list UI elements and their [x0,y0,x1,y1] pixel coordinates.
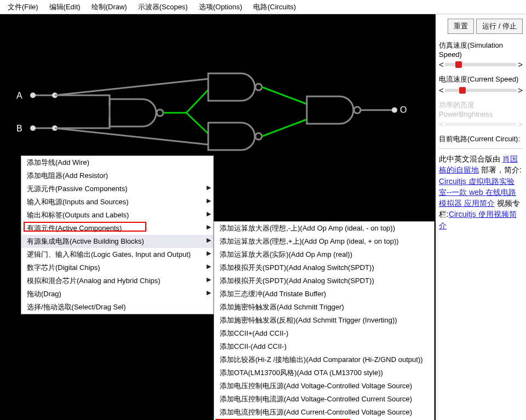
ctx-drag[interactable]: 拖动(Drag)▶ [21,287,213,301]
main-area: A B O [0,14,526,420]
menubar: 文件(File) 编辑(Edit) 绘制(Draw) 示波器(Scopes) 选… [0,0,526,14]
chevron-right-icon: > [518,85,523,95]
sub-vcvs[interactable]: 添加电压控制电压源(Add Voltage-Controlled Voltage… [214,379,434,393]
ctx-active-blocks[interactable]: 有源集成电路(Active Building Blocks)▶ [21,235,213,248]
menu-scopes[interactable]: 示波器(Scopes) [133,0,193,14]
nand-gate-right [307,96,361,124]
chevron-left-icon: < [439,85,444,95]
sub-opamp-real[interactable]: 添加运算放大器(实际)(Add Op Amp (real)) [214,248,434,261]
svg-point-4 [157,110,163,116]
reset-button[interactable]: 重置 [448,19,474,34]
chevron-right-icon: ▶ [207,184,211,191]
sub-opamp-ideal-pos[interactable]: 添加运算放大器(理想,+上)(Add Op Amp (ideal, + on t… [214,235,434,248]
sub-ccii-plus[interactable]: 添加CCII+(Add CCII-) [214,327,434,340]
current-circuit-label: 目前电路(Current Circuit): [439,134,523,144]
sub-ota[interactable]: 添加OTA(LM13700风格)(Add OTA (LM13700 style)… [214,366,434,379]
ctx-active-comp[interactable]: 有源元件(Active Components)▶ [21,222,213,235]
credit-link3[interactable]: Circuitjs 使用视频简介 [439,210,517,229]
menu-draw[interactable]: 绘制(Draw) [86,0,133,14]
circuit-canvas[interactable]: A B O [0,14,436,420]
context-menu: 添加导线(Add Wire) 添加电阻器(Add Resistor) 无源元件(… [21,156,214,314]
svg-point-8 [392,107,397,113]
ctx-add-wire[interactable]: 添加导线(Add Wire) [21,156,213,169]
sub-analog-switch1[interactable]: 添加模拟开关(SPDT)(Add Analog Switch(SPDT)) [214,261,434,274]
sub-comparator[interactable]: 添加比较器(Hi-Z /接地输出)(Add Comparator (Hi-Z/G… [214,353,434,366]
chevron-right-icon: ▶ [207,289,211,296]
context-submenu: 添加运算放大器(理想,-上)(Add Op Amp (ideal, - on t… [214,221,434,420]
current-speed-slider[interactable]: 电流速度(Current Speed) < > [439,74,523,95]
svg-point-5 [255,84,262,90]
sub-opamp-ideal-neg[interactable]: 添加运算放大器(理想,-上)(Add Op Amp (ideal, - on t… [214,222,434,235]
chevron-right-icon: ▶ [207,250,211,257]
menu-file[interactable]: 文件(File) [2,0,44,14]
menu-circuits[interactable]: 电路(Circuits) [248,0,301,14]
ctx-add-resistor[interactable]: 添加电阻器(Add Resistor) [21,169,213,182]
label-b: B [16,124,22,133]
ctx-analog[interactable]: 模拟和混合芯片(Analog and Hybrid Chips)▶ [21,274,213,287]
ctx-outputs[interactable]: 输出和标签(Outputs and Labels)▶ [21,209,213,222]
chevron-right-icon: ▶ [207,197,211,204]
nand-gate-bottom [208,123,262,150]
run-stop-button[interactable]: 运行 / 停止 [476,19,523,34]
chevron-left-icon: < [439,119,444,129]
menu-edit[interactable]: 编辑(Edit) [44,0,86,14]
ctx-select[interactable]: 选择/拖动选取(Select/Drag Sel) [21,301,213,314]
nand-gate-top [208,73,262,101]
ctx-inputs[interactable]: 输入和电源(Inputs and Sources)▶ [21,195,213,209]
credits-text: 此中英文混合版由 肖国栋的i自留地 部署，简介: Circuitjs 虚拟电路实… [439,153,523,231]
sub-ccvs[interactable]: 添加电流控制电压源(Add Current-Controlled Voltage… [214,406,434,419]
label-o: O [400,105,407,114]
sub-schmitt-inv[interactable]: 添加施密特触发器(反相)(Add Schmitt Trigger (Invert… [214,314,434,327]
chevron-left-icon: < [439,60,444,69]
sidebar: 重置 运行 / 停止 仿真速度(Simulation Speed) < > 电流… [436,14,526,420]
chevron-right-icon: ▶ [207,276,211,283]
chevron-right-icon: ▶ [207,263,211,270]
ctx-digital[interactable]: 数字芯片(Digital Chips)▶ [21,261,213,274]
sub-ccii-minus[interactable]: 添加CCII-(Add CCII-) [214,340,434,353]
circuit-svg: A B O [0,14,436,157]
sub-tristate[interactable]: 添加三态缓冲(Add Tristate Buffer) [214,287,434,301]
chevron-right-icon: > [518,60,523,69]
slider-thumb[interactable] [455,61,462,68]
ctx-passive[interactable]: 无源元件(Passive Components)▶ [21,182,213,195]
svg-point-7 [354,107,361,113]
slider-thumb[interactable] [459,87,466,94]
sub-schmitt[interactable]: 添加施密特触发器(Add Schmitt Trigger) [214,301,434,314]
svg-point-0 [30,93,36,98]
simulation-speed-slider[interactable]: 仿真速度(Simulation Speed) < > [439,41,523,69]
ctx-logic[interactable]: 逻辑门、输入和输出(Logic Gates, Input and Output)… [21,248,213,261]
label-a: A [16,91,22,100]
sub-vccs[interactable]: 添加电压控制电流源(Add Voltage-Controlled Current… [214,393,434,406]
svg-point-1 [30,125,36,131]
chevron-right-icon: > [518,119,523,129]
menu-options[interactable]: 选项(Options) [193,0,248,14]
svg-point-6 [255,133,262,140]
sub-analog-switch2[interactable]: 添加模拟开关(SPDT)(Add Analog Switch(SPDT)) [214,274,434,287]
nand-gate-1 [110,99,163,126]
chevron-right-icon: ▶ [207,210,211,217]
chevron-right-icon: ▶ [207,223,211,231]
power-brightness-slider: 功率的亮度PowerBrightness < > [439,100,523,129]
chevron-right-icon: ▶ [207,237,211,244]
